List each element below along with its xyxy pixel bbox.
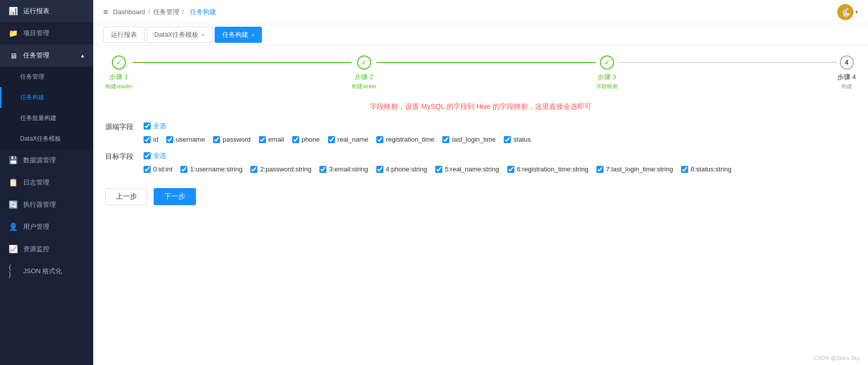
sidebar-item-task-mgmt[interactable]: 🖥 任务管理 ▲ [0,44,93,67]
source-select-all[interactable]: 全选 [144,121,856,131]
source-field-checkbox[interactable] [376,136,383,143]
step-1-node: ✓ 步骤 1 构建reader [105,55,132,90]
target-field-item: 2:password:string [250,165,311,173]
target-field-checkbox[interactable] [319,166,326,173]
tab-task-build[interactable]: 任务构建 × [215,27,262,43]
menu-icon[interactable]: ≡ [103,8,108,17]
sidebar-item-task-batch-build[interactable]: 任务批量构建 [0,108,93,129]
sidebar-item-datax-template[interactable]: DataX任务模板 [0,129,93,149]
sidebar-item-log-mgmt[interactable]: 📋 日志管理 [0,171,93,194]
content-area: ✓ 步骤 1 构建reader ✓ 步骤 2 构建writer ✓ 步骤 3 [93,45,868,365]
sidebar-item-run-report[interactable]: 📊 运行报表 [0,0,93,22]
step-1-label: 步骤 1 [109,73,128,82]
step-connector-1-2 [132,62,352,63]
tab-datax-template[interactable]: DataX任务模板 × [147,27,213,43]
sidebar-item-task-manage[interactable]: 任务管理 [0,67,93,87]
target-field-checkbox[interactable] [507,166,514,173]
target-field-label: 6:registration_time:string [517,165,588,173]
source-field-checkbox[interactable] [328,136,335,143]
step-3-node: ✓ 步骤 3 字段映射 [596,55,618,90]
target-field-checkbox[interactable] [681,166,688,173]
target-field-checkbox[interactable] [180,166,187,173]
source-fields-row: 源端字段 全选 idusernamepasswordemailphonereal… [105,121,856,143]
checkmark-icon: ✓ [361,58,367,67]
step-4-node: 4 步骤 4 构建 [837,55,856,90]
breadcrumb-sep1: / [148,8,150,16]
target-field-checkbox[interactable] [144,166,151,173]
button-row: 上一步 下一步 [105,188,856,205]
prev-button[interactable]: 上一步 [105,188,148,205]
target-fields-container: 全选 0:id:int1:username:string2:password:s… [144,151,856,173]
target-field-label: 5:real_name:string [445,165,499,173]
sidebar-item-label: 日志管理 [23,178,85,187]
avatar-dropdown-icon[interactable]: ▾ [855,9,858,15]
step-connector-2-3 [376,62,595,63]
sidebar-item-label: 任务管理 [23,51,80,60]
run-report-icon: 📊 [8,6,18,16]
sidebar-item-label: 资源监控 [23,245,85,254]
source-field-checkbox[interactable] [144,136,151,143]
sidebar-item-user-mgmt[interactable]: 👤 用户管理 [0,216,93,238]
source-field-checkbox[interactable] [213,136,220,143]
breadcrumb-dashboard[interactable]: Dashboard [113,8,145,16]
target-field-label: 4:phone:string [386,165,427,173]
source-fields-label: 源端字段 [105,123,136,132]
sidebar-item-label: 任务构建 [20,93,85,102]
target-field-item: 0:id:int [144,165,172,173]
target-select-all[interactable]: 全选 [144,151,856,160]
user-icon: 👤 [8,222,18,232]
source-field-checkbox[interactable] [442,136,449,143]
source-field-checkbox[interactable] [259,136,266,143]
target-field-label: 7:last_login_time:string [606,165,673,173]
target-field-label: 1:username:string [190,165,242,173]
target-field-checkbox[interactable] [435,166,442,173]
notice-text: 字段映射，设置 MySQL 的字段到 Hive 的字段映射，这里直接全选即可 [105,102,856,111]
breadcrumb: Dashboard / 任务管理 / 任务构建 [113,8,219,17]
avatar[interactable]: 🐇 [837,4,853,20]
source-field-checkbox[interactable] [292,136,299,143]
target-field-label: 0:id:int [153,165,172,173]
sidebar-item-json-format[interactable]: { } JSON 格式化 [0,260,93,282]
sidebar-item-label: 任务管理 [20,73,85,81]
target-field-checkbox[interactable] [596,166,604,173]
source-field-label: status [513,136,531,143]
footer-text: CSDN @Stars.Sky [814,355,860,361]
chevron-up-icon: ▲ [80,53,85,58]
target-field-checkbox[interactable] [376,166,383,173]
sidebar-item-project-mgmt[interactable]: 📁 项目管理 [0,22,93,44]
breadcrumb-task-mgmt[interactable]: 任务管理 [153,8,179,17]
target-field-item: 5:real_name:string [435,165,499,173]
sidebar-item-resource-monitor[interactable]: 📈 资源监控 [0,238,93,260]
step-2-label: 步骤 2 [355,73,373,82]
source-field-label: phone [302,136,320,143]
source-field-checkbox[interactable] [166,136,173,143]
target-field-checkbox[interactable] [250,166,257,173]
sidebar-item-datasource-mgmt[interactable]: 💾 数据源管理 [0,149,93,171]
target-field-label: 3:email:string [329,165,368,173]
step-2-node: ✓ 步骤 2 构建writer [352,55,376,90]
source-field-label: password [223,136,251,143]
tab-close-icon[interactable]: × [251,32,254,38]
sidebar-item-task-build[interactable]: 任务构建 [0,87,93,108]
tab-label: DataX任务模板 [154,30,198,39]
header-left: ≡ Dashboard / 任务管理 / 任务构建 [103,8,219,17]
log-icon: 📋 [8,177,18,188]
next-button[interactable]: 下一步 [154,188,196,205]
task-mgmt-icon: 🖥 [8,50,18,60]
source-select-all-checkbox[interactable] [144,123,151,130]
target-select-all-checkbox[interactable] [144,152,151,159]
json-icon: { } [8,266,18,276]
tab-run-report[interactable]: 运行报表 [103,27,145,43]
source-field-checkbox[interactable] [504,136,511,143]
target-field-label: 2:password:string [260,165,311,173]
tab-close-icon[interactable]: × [202,32,205,38]
step-4-sublabel: 构建 [841,83,852,90]
checkmark-icon: ✓ [604,58,610,67]
executor-icon: 🔄 [8,200,18,210]
source-field-label: real_name [338,136,368,143]
source-field-label: username [176,136,205,143]
step-2-circle: ✓ [357,55,371,70]
step-1-circle: ✓ [112,55,126,70]
sidebar-item-executor-mgmt[interactable]: 🔄 执行器管理 [0,194,93,216]
target-field-item: 7:last_login_time:string [596,165,673,173]
